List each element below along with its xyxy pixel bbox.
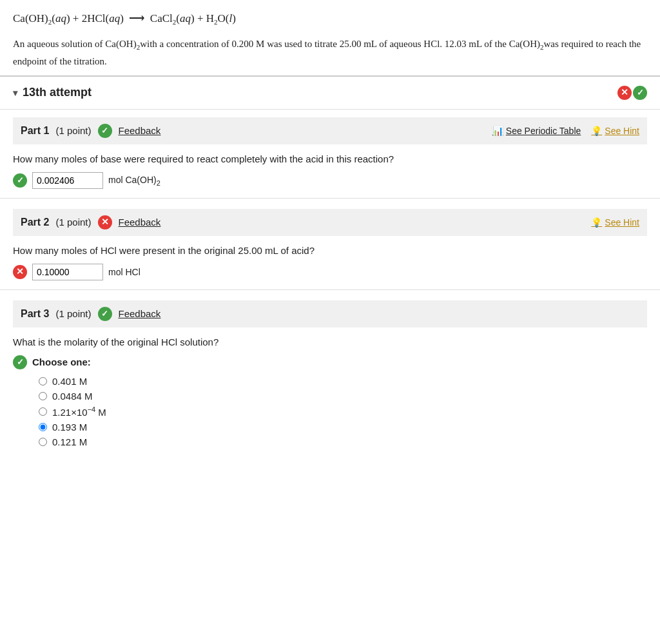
part1-answer-unit: mol Ca(OH)2	[108, 175, 160, 187]
option-4-radio[interactable]	[39, 423, 47, 431]
part3-points: (1 point)	[55, 308, 91, 319]
attempt-icons: ✕ ✓	[617, 86, 647, 100]
periodic-table-icon: 📊	[492, 126, 503, 136]
part2-header: Part 2 (1 point) ✕ Feedback 💡 See Hint	[13, 209, 647, 236]
part2-see-hint-link[interactable]: 💡 See Hint	[591, 217, 639, 228]
part1-correct-icon: ✓	[98, 124, 112, 138]
part1-question: How many moles of base were required to …	[13, 153, 647, 164]
option-1[interactable]: 0.401 M	[39, 376, 647, 387]
option-3[interactable]: 1.21×10−4 M	[39, 405, 647, 418]
option-4[interactable]: 0.193 M	[39, 422, 647, 433]
part3-question: What is the molarity of the original HCl…	[13, 337, 647, 347]
part1-feedback-link[interactable]: Feedback	[119, 125, 161, 136]
part3-options: 0.401 M 0.0484 M 1.21×10−4 M 0.193 M 0.1…	[39, 376, 647, 447]
part1-title: Part 1	[21, 125, 49, 137]
part3-choose-one: ✓ Choose one:	[13, 355, 647, 369]
attempt-header[interactable]: ▾ 13th attempt ✕ ✓	[0, 77, 660, 110]
part2-feedback-link[interactable]: Feedback	[119, 217, 161, 228]
part1-answer-row: ✓ mol Ca(OH)2	[13, 172, 647, 189]
description: An aqueous solution of Ca(OH)2with a con…	[13, 36, 647, 69]
option-5-label: 0.121 M	[52, 436, 87, 447]
part3-wrapper: Part 3 (1 point) ✓ Feedback What is the …	[0, 290, 660, 447]
option-3-label: 1.21×10−4 M	[52, 405, 106, 418]
attempt-label: 13th attempt	[23, 86, 92, 99]
option-2[interactable]: 0.0484 M	[39, 391, 647, 402]
part3-feedback-link[interactable]: Feedback	[119, 308, 161, 319]
part3-correct-icon: ✓	[98, 307, 112, 321]
top-section: Ca(OH)2(aq) + 2HCl(aq) ⟶ CaCl2(aq) + H2O…	[0, 0, 660, 77]
option-5-radio[interactable]	[39, 438, 47, 446]
chevron-down-icon: ▾	[13, 88, 17, 98]
option-1-radio[interactable]	[39, 377, 47, 385]
part1-header: Part 1 (1 point) ✓ Feedback 📊 See Period…	[13, 117, 647, 144]
part1-header-left: Part 1 (1 point) ✓ Feedback	[21, 124, 486, 138]
part2-answer-row: ✕ mol HCl	[13, 264, 647, 280]
part2-bulb-icon: 💡	[591, 217, 602, 228]
option-1-label: 0.401 M	[52, 376, 87, 387]
bulb-icon: 💡	[591, 126, 602, 136]
part3-header: Part 3 (1 point) ✓ Feedback	[13, 300, 647, 327]
part1-see-hint-link[interactable]: 💡 See Hint	[591, 126, 639, 136]
option-2-radio[interactable]	[39, 392, 47, 400]
option-4-label: 0.193 M	[52, 422, 87, 433]
part2-answer-input[interactable]	[32, 264, 103, 280]
option-5[interactable]: 0.121 M	[39, 436, 647, 447]
part2-incorrect-icon: ✕	[98, 215, 112, 229]
part1-header-right: 📊 See Periodic Table 💡 See Hint	[492, 126, 639, 136]
part2-answer-incorrect-icon: ✕	[13, 265, 27, 279]
part2-question: How many moles of HCl were present in th…	[13, 245, 647, 256]
part1-answer-input[interactable]	[32, 172, 103, 189]
part2-answer-unit: mol HCl	[108, 267, 141, 277]
part2-header-right: 💡 See Hint	[591, 217, 639, 228]
part2-wrapper: Part 2 (1 point) ✕ Feedback 💡 See Hint H…	[0, 199, 660, 280]
part2-title: Part 2	[21, 217, 49, 228]
part2-points: (1 point)	[55, 217, 91, 228]
part3-answer-correct-icon: ✓	[13, 355, 27, 369]
attempt-correct-icon: ✓	[633, 86, 647, 100]
attempt-title: ▾ 13th attempt	[13, 86, 92, 99]
part2-header-left: Part 2 (1 point) ✕ Feedback	[21, 215, 585, 229]
part1-points: (1 point)	[55, 125, 91, 136]
option-3-radio[interactable]	[39, 407, 47, 416]
part3-title: Part 3	[21, 308, 49, 320]
attempt-incorrect-icon: ✕	[617, 86, 632, 100]
see-periodic-table-link[interactable]: 📊 See Periodic Table	[492, 126, 581, 136]
equation: Ca(OH)2(aq) + 2HCl(aq) ⟶ CaCl2(aq) + H2O…	[13, 12, 647, 26]
part1-answer-correct-icon: ✓	[13, 173, 27, 188]
attempt-content: Part 1 (1 point) ✓ Feedback 📊 See Period…	[0, 110, 660, 458]
option-2-label: 0.0484 M	[52, 391, 93, 402]
part3-header-left: Part 3 (1 point) ✓ Feedback	[21, 307, 639, 321]
part1-wrapper: Part 1 (1 point) ✓ Feedback 📊 See Period…	[0, 110, 660, 189]
